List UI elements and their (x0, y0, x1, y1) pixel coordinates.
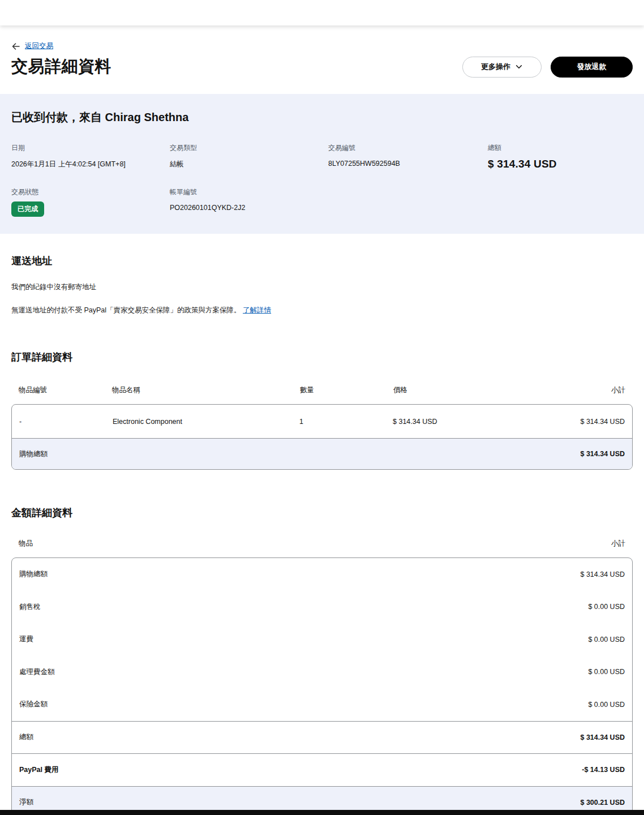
col-header-item: 物品 (19, 539, 33, 548)
row-value: $ 0.00 USD (588, 636, 625, 644)
col-header-quantity: 數量 (300, 385, 393, 395)
transaction-id-label: 交易編號 (328, 143, 488, 153)
page-title: 交易詳細資料 (11, 55, 111, 78)
field-transaction-type: 交易類型 結帳 (170, 143, 328, 170)
order-table-row: - Electronic Component 1 $ 314.34 USD $ … (12, 405, 632, 438)
cell-price: $ 314.34 USD (393, 418, 529, 426)
top-nav-bar (0, 0, 644, 25)
invoice-id-label: 帳單編號 (170, 187, 328, 197)
amount-details-section: 金額詳細資料 物品 小計 購物總額 $ 314.34 USD 銷售稅 $ 0.0… (11, 506, 633, 815)
order-table-header-row: 物品編號 物品名稱 數量 價格 小計 (11, 385, 633, 395)
paypal-fee-value: -$ 14.13 USD (582, 766, 625, 774)
learn-more-link[interactable]: 了解詳情 (243, 306, 271, 314)
back-arrow-icon[interactable] (11, 42, 20, 51)
row-label: 保險金額 (19, 700, 48, 709)
col-header-price: 價格 (393, 385, 529, 395)
amount-row-sales-tax: 銷售稅 $ 0.00 USD (12, 591, 632, 624)
cell-subtotal: $ 314.34 USD (529, 418, 625, 426)
transaction-status-label: 交易狀態 (11, 187, 170, 197)
cell-item-number: - (19, 418, 113, 426)
field-transaction-status: 交易狀態 已完成 (11, 187, 170, 217)
status-badge: 已完成 (11, 201, 44, 217)
row-label: 處理費金額 (19, 667, 55, 677)
row-value: $ 314.34 USD (580, 570, 625, 578)
transaction-type-value: 結帳 (170, 160, 328, 169)
shipping-address-section: 運送地址 我們的紀錄中沒有郵寄地址 無運送地址的付款不受 PayPal「賣家交易… (11, 254, 633, 315)
cell-quantity: 1 (299, 418, 393, 426)
date-value: 2026年1月1日 上午4:02:54 [GMT+8] (11, 160, 170, 169)
amount-table: 購物總額 $ 314.34 USD 銷售稅 $ 0.00 USD 運費 $ 0.… (11, 557, 633, 815)
amount-row-paypal-fee: PayPal 費用 -$ 14.13 USD (12, 753, 632, 786)
row-label: 運費 (19, 634, 33, 644)
transaction-type-label: 交易類型 (170, 143, 328, 153)
bottom-footer-bar (0, 810, 644, 815)
total-label: 總額 (488, 143, 633, 153)
seller-protection-text: 無運送地址的付款不受 PayPal「賣家交易安全保障」的政策與方案保障。 (11, 306, 241, 314)
transaction-id-value: 8LY07255HW592594B (328, 160, 488, 168)
issue-refund-button[interactable]: 發放退款 (551, 57, 633, 78)
chevron-down-icon (515, 63, 523, 71)
total-row-label: 總額 (19, 732, 33, 742)
amount-row-purchase-total: 購物總額 $ 314.34 USD (12, 558, 632, 591)
row-label: 銷售稅 (19, 602, 41, 612)
cell-item-name: Electronic Component (113, 418, 299, 426)
col-header-amount-subtotal: 小計 (611, 539, 625, 548)
col-header-item-name: 物品名稱 (112, 385, 300, 395)
col-header-subtotal: 小計 (529, 385, 625, 395)
total-row-value: $ 314.34 USD (580, 734, 625, 741)
col-header-item-number: 物品編號 (19, 385, 112, 395)
field-invoice-id: 帳單編號 PO20260101QYKD-2J2 (170, 187, 328, 217)
more-actions-button[interactable]: 更多操作 (462, 57, 542, 78)
amount-row-handling: 處理費金額 $ 0.00 USD (12, 656, 632, 689)
order-details-heading: 訂單詳細資料 (11, 350, 633, 364)
purchase-total-value: $ 314.34 USD (580, 450, 625, 458)
order-table-footer-row: 購物總額 $ 314.34 USD (12, 438, 632, 469)
row-value: $ 0.00 USD (588, 603, 625, 611)
header-actions: 更多操作 發放退款 (462, 57, 633, 78)
amount-details-heading: 金額詳細資料 (11, 506, 633, 520)
total-amount-value: $ 314.34 USD (488, 158, 633, 170)
date-label: 日期 (11, 143, 170, 153)
purchase-total-label: 購物總額 (19, 449, 48, 459)
more-actions-label: 更多操作 (481, 62, 510, 72)
net-amount-label: 淨額 (19, 797, 33, 807)
row-value: $ 0.00 USD (588, 668, 625, 676)
amount-row-shipping: 運費 $ 0.00 USD (12, 623, 632, 656)
order-details-section: 訂單詳細資料 物品編號 物品名稱 數量 價格 小計 - Electronic C… (11, 350, 633, 470)
back-to-transactions-link[interactable]: 返回交易 (25, 41, 53, 51)
paypal-fee-label: PayPal 費用 (19, 765, 58, 775)
net-amount-value: $ 300.21 USD (580, 799, 625, 807)
order-table: - Electronic Component 1 $ 314.34 USD $ … (11, 404, 633, 470)
invoice-id-value: PO20260101QYKD-2J2 (170, 204, 328, 212)
amount-table-header-row: 物品 小計 (11, 539, 633, 548)
row-value: $ 0.00 USD (588, 701, 625, 709)
row-label: 購物總額 (19, 569, 48, 579)
payment-summary-panel: 已收到付款，來自 Chirag Shethna 日期 2026年1月1日 上午4… (0, 94, 644, 234)
payment-received-heading: 已收到付款，來自 Chirag Shethna (11, 110, 633, 125)
field-transaction-id: 交易編號 8LY07255HW592594B (328, 143, 488, 170)
shipping-address-heading: 運送地址 (11, 254, 633, 268)
amount-row-insurance: 保險金額 $ 0.00 USD (12, 688, 632, 721)
no-mailing-address-text: 我們的紀錄中沒有郵寄地址 (11, 282, 633, 292)
field-total: 總額 $ 314.34 USD (488, 143, 633, 170)
back-navigation[interactable]: 返回交易 (11, 41, 633, 51)
amount-row-total: 總額 $ 314.34 USD (12, 721, 632, 754)
field-date: 日期 2026年1月1日 上午4:02:54 [GMT+8] (11, 143, 170, 170)
